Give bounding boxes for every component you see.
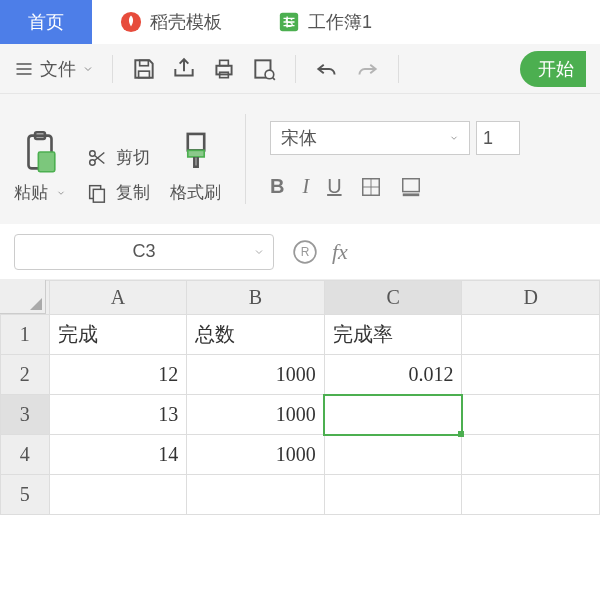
cut-label: 剪切 [116,146,150,169]
svg-rect-4 [140,60,149,65]
scissors-icon [86,147,108,169]
paste-group[interactable]: 粘贴 [14,129,66,204]
cell-B2[interactable]: 1000 [187,355,325,395]
cell-B4[interactable]: 1000 [187,435,325,475]
row-header-2[interactable]: 2 [1,355,50,395]
svg-rect-16 [93,189,104,202]
font-size-select[interactable]: 1 [476,121,520,155]
start-tab[interactable]: 开始 [520,51,586,87]
svg-rect-5 [216,65,231,74]
cell-A2[interactable]: 12 [49,355,187,395]
tab-home[interactable]: 首页 [0,0,92,44]
print-preview-button[interactable] [251,56,277,82]
name-box-value: C3 [132,241,155,262]
svg-rect-12 [38,152,54,172]
svg-point-9 [265,70,274,79]
cell-D5[interactable] [462,475,600,515]
cell-B5[interactable] [187,475,325,515]
cell-A5[interactable] [49,475,187,515]
cell-B1[interactable]: 总数 [187,315,325,355]
chevron-down-icon [82,63,94,75]
italic-button[interactable]: I [302,175,309,198]
redo-button[interactable] [354,56,380,82]
cell-A3[interactable]: 13 [49,395,187,435]
chevron-down-icon [253,246,265,258]
tab-workbook-label: 工作簿1 [308,10,372,34]
print-button[interactable] [211,56,237,82]
tab-docer[interactable]: 稻壳模板 [92,0,250,44]
cell-C1[interactable]: 完成率 [324,315,462,355]
separator [112,55,113,83]
copy-icon [86,182,108,204]
cell-C4[interactable] [324,435,462,475]
paste-label: 粘贴 [14,181,48,204]
font-name-value: 宋体 [281,126,317,150]
svg-rect-20 [402,178,419,191]
name-box[interactable]: C3 [14,234,274,270]
save-button[interactable] [131,56,157,82]
svg-rect-6 [220,60,229,65]
border-button[interactable] [360,176,382,198]
cell-D4[interactable] [462,435,600,475]
row-header-1[interactable]: 1 [1,315,50,355]
share-button[interactable] [171,56,197,82]
fill-color-button[interactable] [400,176,422,198]
row-header-5[interactable]: 5 [1,475,50,515]
copy-button[interactable]: 复制 [86,181,150,204]
cell-D2[interactable] [462,355,600,395]
copy-label: 复制 [116,181,150,204]
cell-D1[interactable] [462,315,600,355]
chevron-down-icon [56,188,66,198]
cell-C3[interactable] [324,395,462,435]
cell-A4[interactable]: 14 [49,435,187,475]
separator [398,55,399,83]
cut-button[interactable]: 剪切 [86,146,150,169]
col-header-C[interactable]: C [324,281,462,315]
col-header-D[interactable]: D [462,281,600,315]
bold-button[interactable]: B [270,175,284,198]
sheet-icon: S [278,11,300,33]
tab-docer-label: 稻壳模板 [150,10,222,34]
svg-rect-21 [402,193,419,196]
cell-A1[interactable]: 完成 [49,315,187,355]
clipboard-icon [20,129,60,175]
start-tab-label: 开始 [538,59,574,79]
cell-D3[interactable] [462,395,600,435]
hamburger-icon [14,59,34,79]
underline-button[interactable]: U [327,175,341,198]
file-menu[interactable]: 文件 [14,57,94,81]
cell-C2[interactable]: 0.012 [324,355,462,395]
format-painter-label: 格式刷 [170,181,221,204]
trademark-icon[interactable]: R [292,239,318,265]
cell-B3[interactable]: 1000 [187,395,325,435]
spreadsheet-grid: A B C D 1 完成 总数 完成率 2 12 1000 0.012 3 13… [0,280,600,515]
cell-C5[interactable] [324,475,462,515]
font-size-value: 1 [483,128,493,149]
tab-home-label: 首页 [28,10,64,34]
svg-text:S: S [285,15,294,30]
separator [245,114,246,204]
col-header-B[interactable]: B [187,281,325,315]
row-header-3[interactable]: 3 [1,395,50,435]
select-all-corner[interactable] [0,280,46,314]
svg-rect-3 [139,71,150,78]
fx-button[interactable]: fx [332,239,348,265]
row-header-4[interactable]: 4 [1,435,50,475]
chevron-down-icon [449,133,459,143]
brush-icon [176,129,216,175]
docer-icon [120,11,142,33]
svg-rect-18 [187,150,203,157]
file-menu-label: 文件 [40,57,76,81]
font-name-select[interactable]: 宋体 [270,121,470,155]
separator [295,55,296,83]
undo-button[interactable] [314,56,340,82]
svg-rect-17 [187,134,203,150]
svg-text:R: R [301,245,310,259]
format-painter-button[interactable]: 格式刷 [170,129,221,204]
col-header-A[interactable]: A [49,281,187,315]
tab-workbook[interactable]: S 工作簿1 [250,0,400,44]
